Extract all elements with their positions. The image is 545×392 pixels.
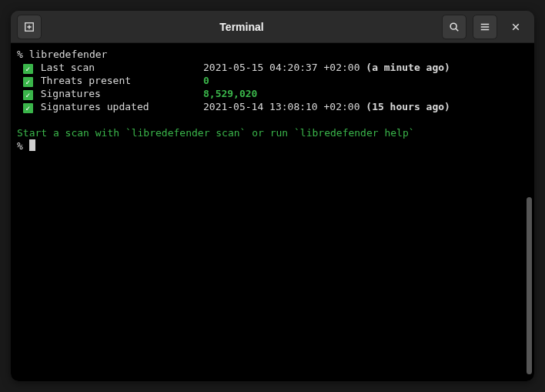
close-icon (511, 22, 520, 32)
svg-line-4 (456, 28, 458, 31)
search-icon (449, 22, 460, 32)
new-tab-icon (24, 22, 35, 32)
prompt: % (17, 49, 23, 60)
status-row: ✓ Threats present 0 (17, 74, 528, 87)
check-icon: ✓ (23, 103, 33, 113)
status-label: Signatures updated (41, 101, 203, 112)
check-icon: ✓ (23, 90, 33, 100)
entered-command: libredefender (29, 49, 108, 60)
check-icon: ✓ (23, 77, 33, 87)
status-relative: (a minute ago) (366, 62, 450, 73)
status-label: Signatures (41, 88, 203, 99)
status-row: ✓ Signatures updated 2021-05-14 13:08:10… (17, 100, 528, 113)
status-value: 8,529,020 (203, 88, 257, 99)
status-label: Threats present (41, 75, 203, 86)
prompt: % (17, 140, 23, 152)
menu-button[interactable] (473, 15, 497, 39)
new-tab-button[interactable] (17, 15, 42, 39)
status-row: ✓ Signatures 8,529,020 (17, 87, 528, 100)
cursor (29, 139, 35, 151)
search-button[interactable] (442, 15, 466, 39)
titlebar: Terminal (11, 11, 534, 43)
scrollbar-thumb[interactable] (527, 197, 532, 374)
window-title: Terminal (43, 21, 440, 33)
status-row: ✓ Last scan 2021-05-15 04:20:37 +02:00 (… (17, 61, 528, 74)
status-relative: (15 hours ago) (366, 101, 450, 112)
terminal-window: Terminal % (11, 11, 534, 381)
hamburger-icon (480, 22, 490, 32)
svg-point-3 (450, 23, 456, 29)
check-icon: ✓ (23, 64, 33, 74)
status-value: 2021-05-14 13:08:10 +02:00 (203, 101, 360, 112)
status-label: Last scan (41, 62, 203, 73)
hint-text: Start a scan with `libredefender scan` o… (17, 126, 528, 139)
status-value: 2021-05-15 04:20:37 +02:00 (203, 62, 360, 73)
status-value: 0 (203, 75, 209, 86)
terminal-output[interactable]: % libredefender ✓ Last scan 2021-05-15 0… (11, 43, 534, 381)
close-button[interactable] (503, 15, 528, 39)
